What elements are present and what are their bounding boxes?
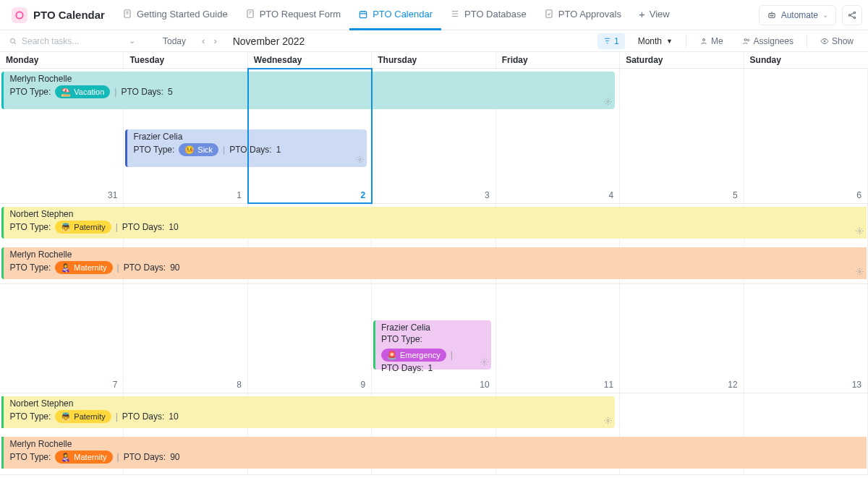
day-number: 4 xyxy=(608,190,613,200)
event-type-badge: 👼Paternity xyxy=(55,221,111,234)
day-number: 13 xyxy=(852,380,861,390)
plus-icon: + xyxy=(639,8,645,20)
gear-icon[interactable] xyxy=(604,98,612,108)
assignees-filter[interactable]: Assignees xyxy=(736,33,799,49)
svg-point-20 xyxy=(483,361,485,363)
search-chevron-icon[interactable]: ⌄ xyxy=(129,36,135,46)
day-header: Thursday xyxy=(372,52,495,68)
gear-icon[interactable] xyxy=(480,358,488,368)
event-type-label: PTO Type: xyxy=(9,87,51,97)
doc-icon xyxy=(122,9,132,19)
day-number: 11 xyxy=(604,380,613,390)
event-type-badge: 🤒Sick xyxy=(179,143,218,156)
calendar-icon xyxy=(358,9,368,20)
calendar-cell[interactable]: 8 xyxy=(124,284,247,393)
tab-pto-calendar[interactable]: PTO Calendar xyxy=(349,1,441,30)
list-icon xyxy=(12,7,27,23)
event-bar[interactable]: Norbert Stephen PTO Type: 👼Paternity | P… xyxy=(1,396,614,428)
event-days-value: 1 xyxy=(427,363,433,373)
gear-icon[interactable] xyxy=(856,268,864,278)
event-person: Norbert Stephen xyxy=(7,209,863,219)
separator: | xyxy=(116,411,118,422)
list-title-text: PTO Calendar xyxy=(33,9,105,21)
gear-icon[interactable] xyxy=(604,417,612,427)
me-label: Me xyxy=(711,36,723,46)
view-mode-selector[interactable]: Month ▼ xyxy=(632,33,678,49)
calendar-week: Norbert Stephen PTO Type: 👼Paternity | P… xyxy=(0,393,868,475)
day-number: 12 xyxy=(728,380,737,390)
calendar-cell[interactable]: 5 xyxy=(620,69,744,203)
event-days-label: PTO Days: xyxy=(124,452,166,462)
list-title[interactable]: PTO Calendar xyxy=(6,7,111,23)
event-days-label: PTO Days: xyxy=(381,363,423,373)
event-type-badge: 👩‍🍼Maternity xyxy=(55,261,112,274)
tab-label: PTO Database xyxy=(464,9,527,20)
day-header: Wednesday xyxy=(248,52,372,68)
event-type-badge: 👩‍🍼Maternity xyxy=(55,451,112,464)
svg-point-15 xyxy=(824,40,825,42)
today-button[interactable]: Today xyxy=(163,36,186,46)
add-view-label: View xyxy=(650,9,670,20)
automate-label: Automate xyxy=(781,10,818,20)
calendar-day-headers: Monday Tuesday Wednesday Thursday Friday… xyxy=(0,52,868,69)
event-days-value: 5 xyxy=(168,87,173,97)
event-person: Merlyn Rochelle xyxy=(7,439,863,449)
calendar-cell[interactable]: 11 xyxy=(496,284,620,393)
caret-down-icon: ▼ xyxy=(666,38,673,45)
gear-icon[interactable] xyxy=(856,227,864,237)
event-days-value: 10 xyxy=(169,411,178,422)
svg-point-9 xyxy=(854,12,855,13)
day-header: Monday xyxy=(0,52,124,68)
share-button[interactable] xyxy=(842,5,862,25)
event-days-label: PTO Days: xyxy=(122,411,164,422)
event-bar[interactable]: Merlyn Rochelle PTO Type: 👩‍🍼Maternity |… xyxy=(1,437,866,469)
calendar-cell[interactable]: 13 xyxy=(744,284,868,393)
search-input[interactable] xyxy=(22,36,109,46)
svg-point-18 xyxy=(859,230,861,232)
automate-button[interactable]: Automate ⌄ xyxy=(759,5,836,25)
show-menu[interactable]: Show xyxy=(814,33,859,49)
eye-icon xyxy=(820,37,829,46)
calendar-cell[interactable]: 7 xyxy=(0,284,124,393)
tab-pto-approvals[interactable]: PTO Approvals xyxy=(535,0,630,30)
event-bar[interactable]: Frazier Celia PTO Type: 🚨Emergency | PTO… xyxy=(373,320,491,370)
event-days-value: 10 xyxy=(169,222,178,232)
event-bar[interactable]: Merlyn Rochelle PTO Type: 👩‍🍼Maternity |… xyxy=(1,247,866,279)
next-button[interactable]: › xyxy=(210,35,219,46)
separator: | xyxy=(451,350,453,360)
event-type-label: PTO Type: xyxy=(9,411,51,422)
event-type-label: PTO Type: xyxy=(9,263,51,273)
day-number: 9 xyxy=(361,380,366,390)
form-icon xyxy=(245,9,255,19)
tab-pto-database[interactable]: PTO Database xyxy=(441,0,535,30)
tab-request-form[interactable]: PTO Request Form xyxy=(237,0,349,30)
day-number: 3 xyxy=(485,190,490,200)
event-type-label: PTO Type: xyxy=(9,452,51,462)
event-person: Frazier Celia xyxy=(378,323,488,333)
me-filter[interactable]: Me xyxy=(694,33,729,49)
svg-rect-4 xyxy=(546,10,552,18)
filter-pill[interactable]: 1 xyxy=(597,33,625,49)
day-header: Saturday xyxy=(620,52,744,68)
calendar-cell[interactable]: 9 xyxy=(248,284,372,393)
day-number: 8 xyxy=(237,380,242,390)
tab-label: PTO Request Form xyxy=(260,9,341,20)
chevron-down-icon: ⌄ xyxy=(822,11,828,19)
calendar-cell-today[interactable]: 2 xyxy=(248,69,372,203)
event-days-value: 90 xyxy=(170,263,179,273)
prev-button[interactable]: ‹ xyxy=(199,35,208,46)
day-header: Sunday xyxy=(744,52,868,68)
tab-getting-started[interactable]: Getting Started Guide xyxy=(114,0,237,30)
svg-point-6 xyxy=(770,15,771,16)
event-bar[interactable]: Norbert Stephen PTO Type: 👼Paternity | P… xyxy=(1,207,866,239)
calendar-cell[interactable]: 12 xyxy=(620,284,744,393)
day-number: 7 xyxy=(113,380,118,390)
svg-point-7 xyxy=(772,15,773,16)
calendar-cell[interactable]: 6 xyxy=(744,69,868,203)
svg-point-19 xyxy=(859,270,861,273)
event-days-label: PTO Days: xyxy=(122,222,164,232)
search-wrap[interactable] xyxy=(9,36,109,46)
add-view-button[interactable]: + View xyxy=(630,0,678,30)
calendar-week: Norbert Stephen PTO Type: 👼Paternity | P… xyxy=(0,204,868,284)
event-days-label: PTO Days: xyxy=(124,263,166,273)
